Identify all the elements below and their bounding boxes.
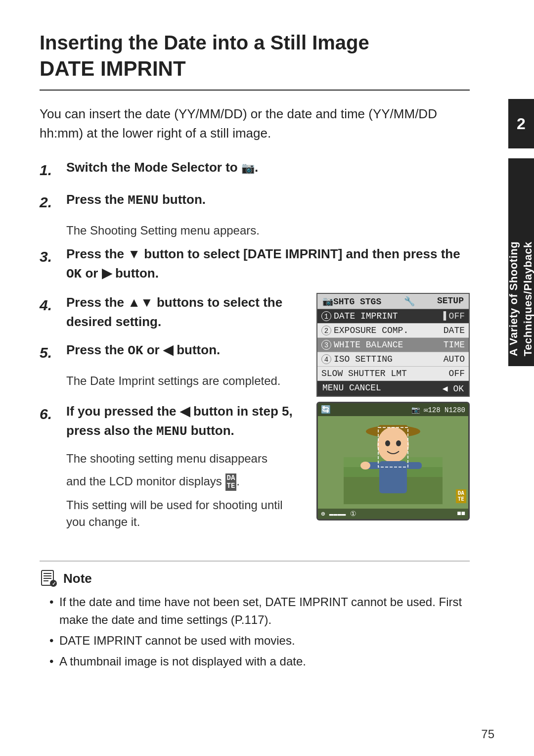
menu-row-3: 3WHITE BALANCE TIME xyxy=(317,338,469,352)
menu-header-icon: 🔧 xyxy=(404,296,415,307)
menu-footer: MENU CANCEL ◀ OK xyxy=(317,381,469,396)
menu-row-1: 1DATE IMPRINT ▌OFF xyxy=(317,309,469,324)
step-6-sub1: The shooting setting menu disappears xyxy=(66,450,302,467)
step-6-sub3: This setting will be used for shooting u… xyxy=(66,497,302,530)
note-item-1: If the date and time have not been set, … xyxy=(49,593,470,629)
lcd-bottom-right: ■■ xyxy=(457,510,465,518)
step-6-section: 6. If you pressed the ◀ button in step 5… xyxy=(40,402,470,536)
step-4-content: Press the ▲▼ buttons to select the desir… xyxy=(66,293,302,331)
side-tab: A Variety of Shooting Techniques/Playbac… xyxy=(508,158,534,366)
menu-row-2-label: 2EXPOSURE COMP. xyxy=(321,326,408,335)
date-icon-inline: DATE xyxy=(225,473,237,491)
chapter-tab: 2 xyxy=(508,99,534,148)
step-3: 3. Press the ▼ button to select [DATE IM… xyxy=(40,244,470,284)
step-6-content: If you pressed the ◀ button in step 5, p… xyxy=(66,402,302,441)
menu-row-1-label: 1DATE IMPRINT xyxy=(321,311,398,321)
title-sub: DATE IMPRINT xyxy=(40,55,470,83)
menu-row-3-label: 3WHITE BALANCE xyxy=(321,340,403,350)
lcd-bottom-left: ⊕ ▬▬▬▬ ① xyxy=(321,510,356,518)
step-6-sub2: and the LCD monitor displays DATE. xyxy=(66,473,302,491)
menu-footer-ok: ◀ OK xyxy=(443,383,464,394)
lcd-date-badge: DATE xyxy=(456,489,466,503)
step-5: 5. Press the OK or ◀ button. xyxy=(40,340,302,364)
menu-row-4-value: AUTO xyxy=(444,354,465,364)
page-title: Inserting the Date into a Still Image DA… xyxy=(40,30,470,91)
steps-4-5-section: 4. Press the ▲▼ buttons to select the de… xyxy=(40,293,470,397)
menu-header-right: SETUP xyxy=(437,296,464,307)
lcd-icons-right: 📷 ✉128 N1280 xyxy=(411,406,465,414)
person-svg xyxy=(344,418,443,504)
step-5-number: 5. xyxy=(40,340,66,364)
lcd-bottom-bar: ⊕ ▬▬▬▬ ① ■■ xyxy=(318,509,468,519)
step-2-number: 2. xyxy=(40,190,66,213)
lcd-top-bar: 🔄 📷 ✉128 N1280 xyxy=(318,403,468,416)
intro-text: You can insert the date (YY/MM/DD) or th… xyxy=(40,104,470,143)
step-6: 6. If you pressed the ◀ button in step 5… xyxy=(40,402,302,441)
note-header-text: Note xyxy=(63,571,92,586)
menu-row-4-label: 4ISO SETTING xyxy=(321,354,393,364)
title-main: Inserting the Date into a Still Image xyxy=(40,30,470,55)
step-4-number: 4. xyxy=(40,293,66,316)
note-item-2: DATE IMPRINT cannot be used with movies. xyxy=(49,632,470,650)
page-number: 75 xyxy=(481,727,494,741)
step-1-content: Switch the Mode Selector to 📷. xyxy=(66,158,470,177)
step-6-number: 6. xyxy=(40,402,66,425)
step-2-content: Press the MENU button. xyxy=(66,190,470,210)
side-tab-text: A Variety of Shooting Techniques/Playbac… xyxy=(507,168,534,356)
menu-row-5-value: OFF xyxy=(449,369,465,378)
svg-point-10 xyxy=(360,462,370,470)
note-item-3: A thumbnail image is not displayed with … xyxy=(49,653,470,670)
menu-row-2-value: DATE xyxy=(444,326,465,335)
svg-point-6 xyxy=(396,440,401,446)
svg-rect-7 xyxy=(379,461,407,493)
menu-row-2: 2EXPOSURE COMP. DATE xyxy=(317,324,469,338)
menu-row-5: SLOW SHUTTER LMT OFF xyxy=(317,367,469,381)
menu-header-left: 📷SHTG STGS xyxy=(322,296,381,307)
steps-4-5-left: 4. Press the ▲▼ buttons to select the de… xyxy=(40,293,302,395)
step-5-content: Press the OK or ◀ button. xyxy=(66,340,302,361)
lcd-screenshot-container: 🔄 📷 ✉128 N1280 xyxy=(316,402,470,520)
lcd-content: DATE xyxy=(318,416,468,505)
step-4: 4. Press the ▲▼ buttons to select the de… xyxy=(40,293,302,331)
step-1-number: 1. xyxy=(40,158,66,181)
menu-header: 📷SHTG STGS 🔧 SETUP xyxy=(317,294,469,309)
step-3-number: 3. xyxy=(40,244,66,268)
menu-footer-cancel: MENU CANCEL xyxy=(322,383,381,394)
menu-screenshot: 📷SHTG STGS 🔧 SETUP 1DATE IMPRINT ▌OFF 2E… xyxy=(316,293,470,397)
page-container: 2 A Variety of Shooting Techniques/Playb… xyxy=(0,0,534,756)
step-6-left: 6. If you pressed the ◀ button in step 5… xyxy=(40,402,302,536)
step-2: 2. Press the MENU button. xyxy=(40,190,470,213)
menu-row-3-value: TIME xyxy=(444,340,465,350)
menu-row-1-value: ▌OFF xyxy=(444,311,465,321)
step-5-sub: The Date Imprint settings are completed. xyxy=(66,373,302,389)
step-2-sub: The Shooting Setting menu appears. xyxy=(66,222,470,239)
svg-point-5 xyxy=(385,440,390,446)
note-list: If the date and time have not been set, … xyxy=(49,593,470,670)
menu-screenshot-container: 📷SHTG STGS 🔧 SETUP 1DATE IMPRINT ▌OFF 2E… xyxy=(316,293,470,397)
chapter-number: 2 xyxy=(517,115,526,133)
note-icon: ✓ xyxy=(40,569,57,587)
step-3-content: Press the ▼ button to select [DATE IMPRI… xyxy=(66,244,470,284)
note-section: ✓ Note If the date and time have not bee… xyxy=(40,561,470,670)
menu-row-4: 4ISO SETTING AUTO xyxy=(317,352,469,367)
note-header: ✓ Note xyxy=(40,569,470,587)
lcd-icon-left: 🔄 xyxy=(321,405,331,415)
svg-point-4 xyxy=(377,427,409,463)
step-1: 1. Switch the Mode Selector to 📷. xyxy=(40,158,470,181)
menu-row-5-label: SLOW SHUTTER LMT xyxy=(321,369,407,378)
svg-text:✓: ✓ xyxy=(52,581,56,586)
lcd-screenshot: 🔄 📷 ✉128 N1280 xyxy=(316,402,470,520)
